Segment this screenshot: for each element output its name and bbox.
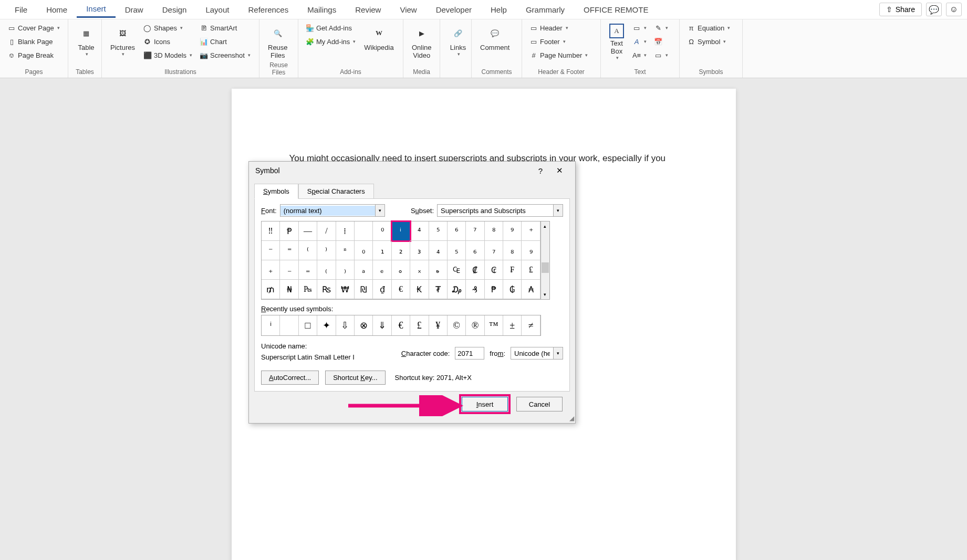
symbol-cell[interactable]: ₌ <box>299 260 317 280</box>
symbol-cell[interactable]: ⁷ <box>466 221 484 241</box>
symbol-cell[interactable]: ₁ <box>373 241 391 260</box>
equation-button[interactable]: πEquation▾ <box>685 23 732 33</box>
symbol-cell[interactable]: ⁼ <box>280 241 298 260</box>
symbol-cell[interactable]: ₂ <box>392 241 410 260</box>
symbol-cell[interactable]: ⁸ <box>485 221 503 241</box>
symbol-cell[interactable]: ₈ <box>503 241 522 260</box>
get-addins-button[interactable]: 🏪Get Add-ins <box>304 23 358 33</box>
comment-button[interactable]: 💬Comment <box>477 23 513 52</box>
symbol-cell[interactable]: ₉ <box>522 241 540 260</box>
symbol-cell[interactable]: ₱ <box>485 280 503 299</box>
font-combo[interactable]: ▾ <box>280 204 385 217</box>
share-button[interactable]: ⇧ Share <box>879 3 922 16</box>
smartart-button[interactable]: 🖹SmartArt <box>197 23 253 33</box>
symbol-cell[interactable]: ₮ <box>429 280 448 299</box>
3d-models-button[interactable]: ⬛3D Models▾ <box>141 50 194 60</box>
tab-design[interactable]: Design <box>153 2 196 17</box>
symbol-cell[interactable]: ₩ <box>336 280 355 299</box>
symbol-cell[interactable]: ₓ <box>410 260 429 280</box>
symbol-cell[interactable]: ⁹ <box>503 221 522 241</box>
quick-parts-button[interactable]: ▭▾ <box>630 23 649 33</box>
subset-combo-dropdown[interactable]: ▾ <box>553 205 563 216</box>
recent-symbol-cell[interactable]: ⇓ <box>373 315 391 335</box>
symbol-cell[interactable]: ⁶ <box>448 221 466 241</box>
header-button[interactable]: ▭Header▾ <box>527 23 590 33</box>
dialog-tab-symbols[interactable]: Symbols <box>254 184 298 199</box>
symbol-cell[interactable]: ⁴ <box>410 221 429 241</box>
icons-button[interactable]: ✪Icons <box>141 36 194 47</box>
tab-office-remote[interactable]: OFFICE REMOTE <box>574 2 658 17</box>
font-combo-dropdown[interactable]: ▾ <box>375 205 384 216</box>
recent-symbol-cell[interactable]: ⁱ <box>262 315 280 335</box>
symbol-cell[interactable]: ⁿ <box>336 241 355 260</box>
symbol-cell[interactable]: ₪ <box>355 280 373 299</box>
symbol-cell[interactable]: ₡ <box>466 260 484 280</box>
recent-symbol-cell[interactable]: © <box>448 315 466 335</box>
scrollbar-thumb[interactable] <box>542 262 549 273</box>
page-number-button[interactable]: #Page Number▾ <box>527 50 590 60</box>
symbol-cell[interactable]: ⁻ <box>262 241 280 260</box>
tab-mailings[interactable]: Mailings <box>298 2 346 17</box>
symbol-cell[interactable]: ₋ <box>280 260 298 280</box>
symbol-cell[interactable]: ₨ <box>317 280 336 299</box>
symbol-cell[interactable]: ⁺ <box>522 221 540 241</box>
tab-home[interactable]: Home <box>37 2 77 17</box>
symbol-cell[interactable]: ‼ <box>262 221 280 241</box>
scroll-down-button[interactable]: ▾ <box>541 290 549 299</box>
symbol-cell[interactable]: € <box>392 280 410 299</box>
subset-combo[interactable]: ▾ <box>437 204 563 217</box>
tab-grammarly[interactable]: Grammarly <box>516 2 574 17</box>
symbol-cell[interactable]: ⁾ <box>317 241 336 260</box>
tab-insert[interactable]: Insert <box>77 1 116 18</box>
symbol-cell[interactable]: ₧ <box>299 280 317 299</box>
links-button[interactable]: 🔗Links▾ <box>445 23 471 58</box>
footer-button[interactable]: ▭Footer▾ <box>527 36 590 47</box>
blank-page-button[interactable]: ▯Blank Page <box>5 36 62 47</box>
recent-symbol-cell[interactable]: □ <box>299 315 317 335</box>
symbol-cell[interactable]: ₔ <box>429 260 448 280</box>
text-box-button[interactable]: ATextBox▾ <box>606 23 627 61</box>
drop-cap-button[interactable]: A≡▾ <box>630 50 649 60</box>
symbol-cell[interactable]: ₍ <box>317 260 336 280</box>
screenshot-button[interactable]: 📷Screenshot▾ <box>197 50 253 60</box>
tab-layout[interactable]: Layout <box>196 2 238 17</box>
chart-button[interactable]: 📊Chart <box>197 36 253 47</box>
tab-draw[interactable]: Draw <box>116 2 153 17</box>
dialog-tab-special[interactable]: Special Characters <box>298 184 374 199</box>
feedback-button[interactable]: ☺ <box>946 3 962 16</box>
recent-symbol-cell[interactable]: £ <box>410 315 429 335</box>
scroll-up-button[interactable]: ▴ <box>541 221 549 231</box>
insert-button[interactable]: Insert <box>462 397 508 411</box>
symbol-cell[interactable]: ₲ <box>503 280 522 299</box>
symbol-cell[interactable]: ₯ <box>448 280 466 299</box>
signature-button[interactable]: ✎▾ <box>652 23 670 33</box>
symbol-button[interactable]: ΩSymbol▾ <box>685 36 732 47</box>
from-input[interactable] <box>511 348 553 358</box>
symbol-cell[interactable]: ₎ <box>336 260 355 280</box>
resize-grip[interactable]: ◢ <box>569 415 574 422</box>
comments-pane-button[interactable]: 💬 <box>926 3 942 16</box>
shapes-button[interactable]: ◯Shapes▾ <box>141 23 194 33</box>
page-break-button[interactable]: ⎊Page Break <box>5 50 62 60</box>
object-button[interactable]: ▭▾ <box>652 50 670 60</box>
online-video-button[interactable]: ▶OnlineVideo <box>409 23 435 60</box>
symbol-cell[interactable]: ₳ <box>522 280 540 299</box>
pictures-button[interactable]: 🖼Pictures▾ <box>107 23 138 58</box>
symbol-cell[interactable]: ₐ <box>355 260 373 280</box>
symbol-cell[interactable]: ₇ <box>485 241 503 260</box>
symbol-cell[interactable]: ⁵ <box>429 221 448 241</box>
symbol-cell[interactable]: ⁽ <box>299 241 317 260</box>
symbol-cell[interactable]: ₫ <box>373 280 391 299</box>
my-addins-button[interactable]: 🧩My Add-ins▾ <box>304 36 358 47</box>
autocorrect-button[interactable]: AutoCorrect... <box>261 371 319 385</box>
symbol-cell[interactable]: ⁰ <box>373 221 391 241</box>
from-combo-dropdown[interactable]: ▾ <box>553 347 563 359</box>
symbol-cell[interactable]: ₣ <box>503 260 522 280</box>
recent-symbol-cell[interactable]: ✦ <box>317 315 336 335</box>
symbol-cell[interactable]: ⁞ <box>336 221 355 241</box>
symbol-cell[interactable]: / <box>317 221 336 241</box>
dialog-close-button[interactable]: ✕ <box>550 166 569 175</box>
symbol-cell[interactable]: ₰ <box>466 280 484 299</box>
shortcut-key-button[interactable]: Shortcut Key... <box>325 371 385 385</box>
symbol-cell[interactable]: ₥ <box>262 280 280 299</box>
